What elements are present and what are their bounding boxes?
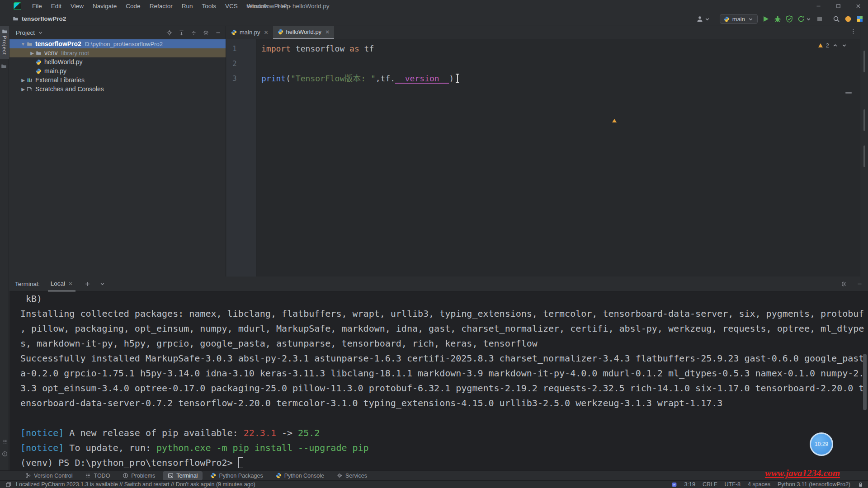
minimize-button[interactable]: [808, 0, 828, 12]
editor-tab-helloworld-py[interactable]: helloWorld.py✕: [273, 26, 335, 39]
tool-window-button-python-console[interactable]: Python Console: [271, 471, 329, 480]
tree-item-label: Scratches and Consoles: [35, 85, 104, 93]
tree-arrow-icon[interactable]: ▼: [19, 42, 27, 47]
terminal-options-chevron-icon[interactable]: [99, 281, 105, 287]
tree-item-hint: D:\python_pro\tensorflowPro2: [85, 41, 163, 47]
close-icon[interactable]: ✕: [325, 29, 330, 35]
tabs-more-icon[interactable]: [850, 28, 856, 34]
tool-window-button-version-control[interactable]: Version Control: [20, 471, 77, 480]
coverage-button[interactable]: [786, 15, 793, 23]
project-breadcrumb[interactable]: tensorflowPro2: [13, 15, 66, 22]
commit-tool-icon[interactable]: [1, 63, 7, 69]
status-bar: Localized PyCharm 2023.1.3 is available …: [0, 480, 868, 488]
tool-window-button-todo[interactable]: TODO: [80, 471, 115, 480]
expand-icon[interactable]: [191, 30, 197, 36]
terminal-text: , pillow, packaging, opt_einsum, numpy, …: [20, 323, 864, 334]
code-token: tf.: [381, 74, 396, 83]
status-message[interactable]: Localized PyCharm 2023.1.3 is available …: [5, 481, 255, 488]
lock-icon[interactable]: [858, 482, 863, 488]
record-orange-icon[interactable]: [844, 15, 852, 23]
right-stripe-tool-button[interactable]: [863, 145, 865, 167]
terminal-text: 3.3 opt_einsum-3.4.0 optree-0.17.0 packa…: [20, 383, 864, 394]
prev-problem-icon[interactable]: [832, 42, 838, 48]
menu-run[interactable]: Run: [177, 0, 198, 12]
tree-arrow-icon[interactable]: ▶: [19, 78, 27, 83]
project-panel-title[interactable]: Project: [16, 29, 35, 36]
terminal-scrollbar[interactable]: [863, 354, 867, 410]
code-line[interactable]: 1import tensorflow as tf: [226, 41, 860, 56]
hide-panel-icon[interactable]: [215, 30, 221, 36]
interpreter-status-icon[interactable]: [671, 482, 677, 488]
menu-file[interactable]: File: [28, 0, 47, 12]
terminal-text: a-0.2.0 grpcio-1.75.1 h5py-3.14.0 idna-3…: [20, 368, 864, 379]
tree-arrow-icon[interactable]: ▶: [19, 87, 27, 92]
close-button[interactable]: [848, 0, 868, 12]
tool-window-button-services[interactable]: Services: [332, 471, 372, 480]
debug-button[interactable]: [774, 15, 781, 23]
profile-avatar-button[interactable]: [696, 15, 710, 23]
tool-window-button-terminal[interactable]: Terminal: [163, 471, 203, 480]
terminal-tab-local[interactable]: Local ✕: [48, 277, 75, 291]
code-line[interactable]: 3print("TensorFlow版本: ",tf.__version__): [226, 71, 860, 86]
menu-refactor[interactable]: Refactor: [145, 0, 177, 12]
status-widget[interactable]: 3:19: [684, 481, 695, 488]
stop-button[interactable]: [816, 15, 823, 23]
tree-arrow-icon[interactable]: ▶: [28, 51, 36, 56]
new-terminal-button[interactable]: [85, 281, 90, 287]
scratch-icon: [27, 86, 33, 92]
menu-edit[interactable]: Edit: [47, 0, 66, 12]
close-icon[interactable]: ✕: [264, 29, 269, 36]
python-icon: [36, 59, 42, 65]
bookmarks-tool-icon[interactable]: [2, 451, 8, 457]
tree-item-main-py[interactable]: main.py: [9, 66, 226, 75]
run-configuration-select[interactable]: main: [720, 14, 758, 24]
code-line[interactable]: 2: [226, 56, 860, 71]
search-everywhere-button[interactable]: [833, 15, 840, 23]
folder-icon: [13, 16, 19, 22]
menu-tools[interactable]: Tools: [197, 0, 221, 12]
terminal-settings-icon[interactable]: [841, 281, 847, 287]
settings-gear-icon[interactable]: [203, 30, 209, 36]
status-widgets: 3:19CRLFUTF-84 spacesPython 3.11 (tensor…: [671, 481, 863, 488]
tree-item-tensorflowpro2[interactable]: ▼tensorflowPro2D:\python_pro\tensorflowP…: [9, 39, 226, 48]
tool-window-button-python-packages[interactable]: Python Packages: [205, 471, 268, 480]
tree-item-external-libraries[interactable]: ▶External Libraries: [9, 75, 226, 84]
status-widget[interactable]: 4 spaces: [748, 481, 770, 488]
terminal-text: (venv) PS D:\python_pro\tensorflowPro2>: [20, 457, 238, 468]
right-stripe-tool-button[interactable]: [863, 51, 865, 72]
right-stripe-tool-button[interactable]: [863, 109, 865, 131]
terminal-text: kB): [20, 293, 42, 304]
warning-triangle-icon: [818, 43, 823, 47]
collapse-all-icon[interactable]: [179, 30, 184, 36]
tool-window-button-problems[interactable]: Problems: [118, 471, 160, 480]
tree-item-venv[interactable]: ▶venvlibrary root: [9, 48, 226, 57]
close-icon[interactable]: ✕: [68, 281, 73, 287]
ide-features-icon[interactable]: [856, 15, 863, 23]
tree-item-scratches-and-consoles[interactable]: ▶Scratches and Consoles: [9, 84, 226, 94]
terminal-minimize-icon[interactable]: [857, 281, 863, 287]
chevron-down-icon[interactable]: [38, 30, 43, 36]
inspections-widget[interactable]: 2: [818, 42, 847, 49]
tool-window-button-project[interactable]: Project: [0, 26, 9, 59]
menu-vcs[interactable]: VCS: [221, 0, 242, 12]
rerun-button[interactable]: [797, 15, 811, 23]
locate-file-icon[interactable]: [166, 30, 172, 36]
terminal-text: 22.3.1: [244, 427, 276, 438]
code-editor[interactable]: 1import tensorflow as tf23print("TensorF…: [226, 39, 860, 277]
maximize-button[interactable]: [828, 0, 848, 12]
terminal-line: , pillow, packaging, opt_einsum, numpy, …: [9, 321, 868, 336]
run-button[interactable]: [762, 15, 769, 23]
terminal-output[interactable]: kB)Installing collected packages: namex,…: [9, 291, 868, 470]
status-widget[interactable]: Python 3.11 (tensorflowPro2): [778, 481, 850, 488]
menu-code[interactable]: Code: [121, 0, 145, 12]
status-widget[interactable]: UTF-8: [725, 481, 741, 488]
menu-view[interactable]: View: [66, 0, 88, 12]
status-widget[interactable]: CRLF: [703, 481, 717, 488]
menu-navigate[interactable]: Navigate: [88, 0, 121, 12]
editor-tab-main-py[interactable]: main.py✕: [226, 26, 273, 39]
folder-icon: [36, 50, 42, 56]
next-problem-icon[interactable]: [841, 42, 847, 48]
terminal-text: python.exe -m pip install --upgrade pip: [156, 442, 369, 453]
tree-item-helloworld-py[interactable]: helloWorld.py: [9, 57, 226, 66]
structure-tool-icon[interactable]: [2, 439, 8, 445]
